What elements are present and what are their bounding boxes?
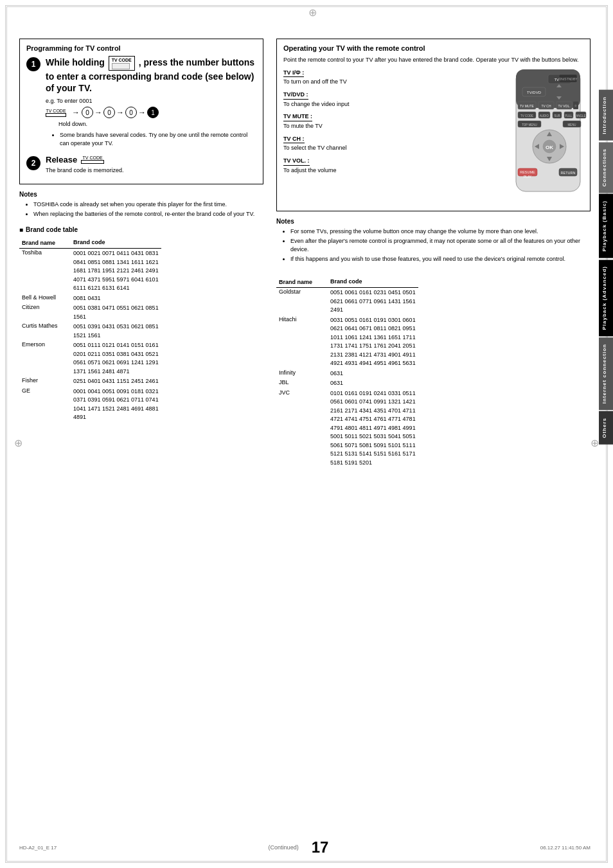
right-column: Operating your TV with the remote contro… — [276, 39, 591, 468]
prog-note-2: When replacing the batteries of the remo… — [33, 210, 263, 218]
operating-title: Operating your TV with the remote contro… — [283, 44, 583, 52]
svg-text:ANGLE: ANGLE — [576, 114, 585, 117]
svg-text:FULL: FULL — [565, 114, 573, 117]
right-brand-name-header: Brand name — [276, 276, 328, 288]
tv-code-box-diagram — [46, 113, 66, 117]
side-tabs: Introduction Connections Playback (Basic… — [599, 90, 613, 446]
operating-section: Operating your TV with the remote contro… — [276, 39, 591, 211]
tv-code-label-step2: TV CODE — [83, 155, 103, 160]
brand-row-right-0: Goldstar0051 0061 0161 0231 0451 0501 06… — [276, 288, 418, 315]
brand-name-header: Brand name — [19, 237, 71, 249]
svg-text:SUB: SUB — [554, 114, 560, 117]
continued-text: (Continued) — [269, 844, 299, 851]
brand-row-left-5: Fisher0251 0401 0431 1151 2451 2461 — [19, 376, 161, 387]
svg-text:TOP MENU: TOP MENU — [522, 123, 537, 126]
footer-left: HD-A2_01_E 17 — [19, 845, 57, 851]
page-number: 17 — [312, 838, 329, 856]
svg-text:TV CH: TV CH — [542, 104, 551, 108]
brand-row-left-0: Toshiba0001 0021 0071 0411 0431 0831 084… — [19, 249, 161, 294]
registration-mark-top: ⊕ — [308, 6, 317, 19]
brand-table-left: Brand name Brand code Toshiba0001 0021 0… — [19, 237, 161, 423]
page-footer: HD-A2_01_E 17 (Continued) 17 06.12.27 11… — [19, 838, 591, 856]
svg-text:TV/DVD: TV/DVD — [527, 91, 542, 94]
operating-notes-title: Notes — [276, 218, 591, 225]
tab-playback-advanced[interactable]: Playback (Advanced) — [599, 260, 613, 336]
brand-row-left-3: Curtis Mathes0051 0391 0431 0531 0621 08… — [19, 322, 161, 341]
brand-table-section: Brand code table Brand name Brand code T… — [19, 226, 263, 423]
programming-notes-title: Notes — [19, 191, 263, 198]
svg-text:AUDIO: AUDIO — [540, 114, 549, 117]
svg-text:RESUME: RESUME — [520, 170, 535, 174]
tv-control-1: TV/DVD :To change the video input — [283, 91, 500, 108]
arrow-diagram: TV CODE → 0 → 0 → 0 → 1 — [46, 107, 256, 118]
main-content: Programming for TV control 1 While holdi… — [19, 19, 591, 849]
step-2: 2 Release TV CODE The brand code is memo… — [26, 155, 256, 173]
step-1-heading: While holding TV CODE , press the number… — [46, 56, 256, 94]
tv-code-small-label: TV CODE — [46, 109, 66, 113]
svg-text:OK: OK — [546, 144, 553, 150]
programming-notes-list: TOSHIBA code is already set when you ope… — [26, 200, 263, 218]
brand-row-right-4: JVC0101 0161 0191 0241 0331 0511 0561 06… — [276, 389, 418, 468]
brand-row-left-1: Bell & Howell0081 0431 — [19, 294, 161, 304]
op-note-1: Even after the player's remote control i… — [290, 237, 591, 253]
right-brand-table-section: Brand name Brand code Goldstar0051 0061 … — [276, 276, 591, 468]
step-2-content: Release TV CODE The brand code is memori… — [46, 155, 256, 173]
svg-text:TV CODE: TV CODE — [520, 114, 533, 117]
left-column: Programming for TV control 1 While holdi… — [19, 39, 263, 468]
digit-0-3: 0 — [125, 107, 137, 118]
tv-control-4: TV VOL. :To adjust the volume — [283, 157, 500, 174]
svg-text:ON/STNDBY: ON/STNDBY — [558, 77, 578, 81]
tab-connections[interactable]: Connections — [599, 142, 613, 193]
step-1: 1 While holding TV CODE , press the numb… — [26, 56, 256, 150]
programming-title: Programming for TV control — [26, 44, 256, 52]
tv-controls-layout: TV I/Ф :To turn on and off the TVTV/DVD … — [283, 69, 583, 199]
svg-text:PLAY: PLAY — [524, 175, 532, 179]
operating-notes-list: For some TVs, pressing the volume button… — [283, 227, 591, 263]
tab-internet-connection[interactable]: Internet connection — [599, 337, 613, 410]
example-label: e.g. To enter 0001 — [46, 98, 256, 104]
registration-mark-right: ⊕ — [591, 437, 599, 449]
brand-code-header: Brand code — [71, 237, 161, 249]
brand-table-right: Brand name Brand code Goldstar0051 0061 … — [276, 276, 418, 468]
step-1-bullets: Some brands have several codes. Try one … — [52, 131, 256, 147]
operating-description: Point the remote control to your TV afte… — [283, 56, 583, 64]
op-note-2: If this happens and you wish to use thos… — [290, 255, 591, 263]
brand-table-title: Brand code table — [19, 226, 263, 233]
svg-text:TV MUTE: TV MUTE — [520, 104, 535, 108]
tv-control-0: TV I/Ф :To turn on and off the TV — [283, 69, 500, 86]
step-2-circle: 2 — [26, 156, 40, 170]
brand-row-left-4: Emerson0051 0111 0121 0141 0151 0161 020… — [19, 341, 161, 376]
brand-row-left-6: GE0001 0041 0051 0091 0181 0321 0371 039… — [19, 387, 161, 423]
programming-notes: Notes TOSHIBA code is already set when y… — [19, 191, 263, 218]
digit-0-2: 0 — [103, 107, 115, 118]
svg-text:TV VOL.: TV VOL. — [558, 104, 570, 108]
tab-introduction[interactable]: Introduction — [599, 90, 613, 141]
svg-text:RETURN: RETURN — [561, 170, 576, 174]
programming-section: Programming for TV control 1 While holdi… — [19, 39, 263, 184]
prog-note-1: TOSHIBA code is already set when you ope… — [33, 200, 263, 209]
tv-controls-list: TV I/Ф :To turn on and off the TVTV/DVD … — [283, 69, 500, 199]
brand-row-right-1: Hitachi0031 0051 0161 0191 0301 0601 062… — [276, 315, 418, 369]
tv-code-label-1: TV CODE — [109, 56, 135, 71]
svg-text:D: D — [575, 104, 577, 107]
bullet-1: Some brands have several codes. Try one … — [60, 131, 256, 147]
step-1-content: While holding TV CODE , press the number… — [46, 56, 256, 150]
remote-image: TV I/Ф ON/STNDBY TV/DVD — [506, 69, 583, 199]
svg-text:MENU: MENU — [567, 123, 576, 126]
operating-notes: Notes For some TVs, pressing the volume … — [276, 218, 591, 263]
digit-0-1: 0 — [82, 107, 93, 118]
tab-playback-basic[interactable]: Playback (Basic) — [599, 194, 613, 258]
brand-row-right-3: JBL0631 — [276, 378, 418, 389]
hold-down-text: Hold down. — [58, 121, 256, 127]
digit-1: 1 — [147, 107, 159, 118]
footer-right: 06.12.27 11:41:50 AM — [540, 845, 591, 851]
brand-row-right-2: Infinity0631 — [276, 369, 418, 379]
brand-row-left-2: Citizen0051 0381 0471 0551 0621 0851 156… — [19, 303, 161, 322]
step-1-circle: 1 — [26, 57, 40, 71]
tab-others[interactable]: Others — [599, 411, 613, 445]
tv-control-3: TV CH :To select the TV channel — [283, 136, 500, 152]
right-brand-code-header: Brand code — [328, 276, 418, 288]
tv-code-box-step2 — [81, 160, 104, 164]
op-note-0: For some TVs, pressing the volume button… — [290, 227, 591, 236]
tv-control-2: TV MUTE :To mute the TV — [283, 113, 500, 130]
